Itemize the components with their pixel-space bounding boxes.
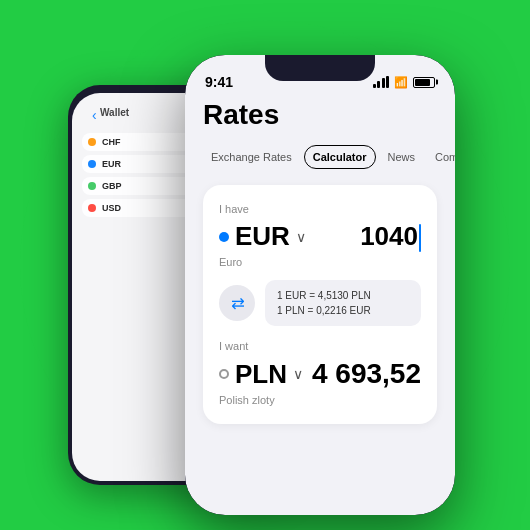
background-circle: ‹ Wallet CHF 1 CH… EUR 1 EU… GBP 1 (20, 20, 510, 510)
rate-line-2: 1 PLN = 0,2216 EUR (277, 303, 409, 318)
from-currency-dot (219, 232, 229, 242)
tab-news[interactable]: News (380, 146, 424, 168)
tab-calculator[interactable]: Calculator (304, 145, 376, 169)
to-currency-row: PLN ∨ 4 693,52 (219, 358, 421, 390)
signal-icon (373, 76, 390, 88)
tab-commentaries[interactable]: Commentaries (427, 146, 455, 168)
to-currency-code: PLN (235, 359, 287, 390)
from-currency-row: EUR ∨ 1040 (219, 221, 421, 252)
want-label: I want (219, 340, 421, 352)
from-chevron-down-icon: ∨ (296, 229, 306, 245)
back-wallet-title: Wallet (100, 107, 129, 118)
calculator-card: I have EUR ∨ 1040 Euro (203, 185, 437, 424)
text-cursor (419, 224, 421, 252)
currency-dot (88, 182, 96, 190)
phone-main: 9:41 📶 Rates (185, 55, 455, 515)
from-currency-name: Euro (219, 256, 421, 268)
swap-section: ⇅ 1 EUR = 4,5130 PLN 1 PLN = 0,2216 EUR (219, 280, 421, 326)
to-currency-dot (219, 369, 229, 379)
from-amount[interactable]: 1040 (360, 221, 421, 252)
tab-bar: Exchange Rates Calculator News Commentar… (203, 145, 437, 169)
app-content: Rates Exchange Rates Calculator News Com… (185, 99, 455, 424)
tab-exchange-rates[interactable]: Exchange Rates (203, 146, 300, 168)
currency-dot (88, 160, 96, 168)
swap-arrows-icon: ⇅ (228, 297, 247, 310)
to-currency-name: Polish zloty (219, 394, 421, 406)
rate-box: 1 EUR = 4,5130 PLN 1 PLN = 0,2216 EUR (265, 280, 421, 326)
back-chevron-icon: ‹ (92, 107, 97, 123)
battery-icon (413, 77, 435, 88)
to-currency-selector[interactable]: PLN ∨ (219, 359, 303, 390)
have-label: I have (219, 203, 421, 215)
status-time: 9:41 (205, 74, 233, 90)
from-currency-selector[interactable]: EUR ∨ (219, 221, 306, 252)
wifi-icon: 📶 (394, 76, 408, 89)
rate-line-1: 1 EUR = 4,5130 PLN (277, 288, 409, 303)
status-icons: 📶 (373, 76, 436, 89)
phone-notch (265, 55, 375, 81)
currency-dot (88, 204, 96, 212)
to-amount: 4 693,52 (312, 358, 421, 390)
currency-dot (88, 138, 96, 146)
swap-button[interactable]: ⇅ (219, 285, 255, 321)
from-currency-code: EUR (235, 221, 290, 252)
page-title: Rates (203, 99, 437, 131)
to-chevron-down-icon: ∨ (293, 366, 303, 382)
